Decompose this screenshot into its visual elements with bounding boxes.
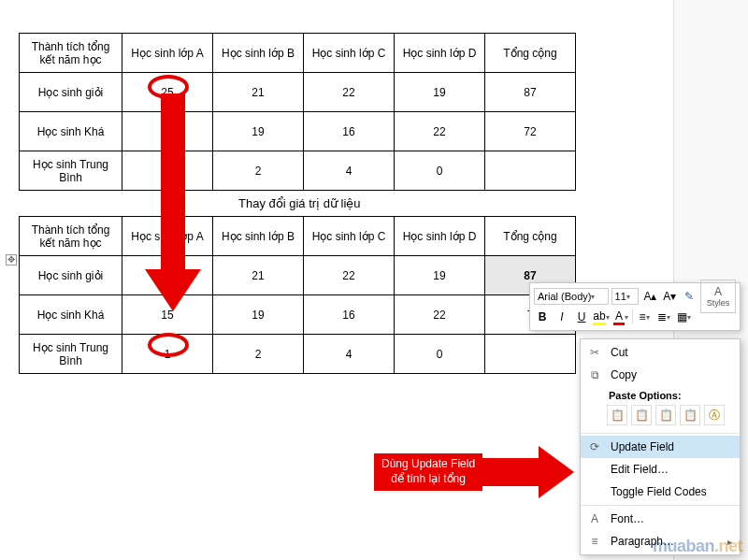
row-label: Học sinh giỏi: [20, 73, 122, 112]
cell-total[interactable]: 72: [485, 112, 576, 151]
watermark: muaban.net: [653, 537, 742, 556]
bullets-button[interactable]: ≡: [636, 309, 653, 325]
cell-total[interactable]: [485, 151, 576, 191]
cell[interactable]: [122, 151, 213, 191]
menu-font[interactable]: A Font…: [581, 508, 740, 530]
cell[interactable]: 0: [395, 151, 485, 191]
arrow-right-annotation: Dùng Update Field để tính lại tổng: [374, 451, 574, 494]
table-header-row: Thành tích tổng kết năm học Học sinh lớp…: [20, 217, 576, 256]
italic-button[interactable]: I: [554, 309, 570, 325]
font-size-select[interactable]: 11: [611, 288, 640, 305]
cell[interactable]: 20: [122, 256, 213, 295]
paste-merge-icon[interactable]: 📋: [631, 405, 652, 425]
menu-copy-label: Copy: [611, 368, 637, 381]
cut-icon: ✂: [584, 346, 605, 359]
cell[interactable]: 21: [213, 256, 304, 295]
header-cell: Tổng cộng: [485, 34, 576, 73]
cell[interactable]: 4: [304, 151, 395, 191]
cell[interactable]: 25: [122, 73, 213, 112]
cell[interactable]: 19: [395, 256, 485, 295]
table-row: Học sinh giỏi 25 21 22 19 87: [20, 73, 576, 112]
table-row: Học sinh Khá 19 16 22 72: [20, 112, 576, 151]
cell[interactable]: 22: [395, 295, 485, 335]
cell[interactable]: 2: [213, 151, 304, 191]
menu-update-field[interactable]: ⟳ Update Field: [581, 436, 740, 458]
cell[interactable]: 22: [304, 73, 395, 112]
menu-cut-label: Cut: [611, 346, 628, 359]
header-cell: Thành tích tổng kết năm học: [20, 34, 122, 73]
cell[interactable]: 21: [213, 73, 304, 112]
table-move-handle-icon[interactable]: ✥: [6, 254, 17, 266]
cell[interactable]: 19: [395, 73, 485, 112]
cell[interactable]: 16: [304, 295, 395, 335]
table-before: Thành tích tổng kết năm học Học sinh lớp…: [19, 33, 576, 191]
font-color-button[interactable]: A: [612, 309, 629, 325]
row-label: Học sinh Trung Bình: [20, 151, 122, 191]
format-painter-icon[interactable]: ✎: [681, 288, 698, 305]
cell[interactable]: 0: [395, 335, 485, 374]
bold-button[interactable]: B: [534, 309, 551, 325]
cell[interactable]: 4: [304, 335, 395, 374]
menu-cut[interactable]: ✂ Cut: [581, 341, 740, 364]
cell-total[interactable]: [485, 335, 576, 374]
watermark-brand: muaban: [653, 537, 714, 555]
table-row: Học sinh Trung Bình 2 4 0: [20, 151, 576, 191]
numbering-button[interactable]: ≣: [655, 309, 672, 325]
styles-button[interactable]: A Styles: [700, 280, 736, 313]
caption-change-data: Thay đổi giá trị dữ liệu: [19, 196, 673, 210]
font-name-select[interactable]: Arial (Body): [534, 288, 609, 305]
cell[interactable]: 16: [304, 112, 395, 151]
menu-copy[interactable]: ⧉ Copy: [581, 364, 740, 386]
menu-font-label: Font…: [611, 512, 644, 525]
menu-update-field-label: Update Field: [611, 440, 674, 453]
font-icon: A: [584, 512, 605, 525]
grow-font-button[interactable]: A▴: [641, 288, 658, 305]
row-label: Học sinh giỏi: [20, 256, 122, 295]
cell[interactable]: 22: [395, 112, 485, 151]
cell[interactable]: 1: [122, 335, 213, 374]
table-row: Học sinh Trung Bình 1 2 4 0: [20, 335, 576, 374]
cell[interactable]: 15: [122, 295, 213, 335]
paste-options-header: Paste Options:: [581, 386, 740, 403]
header-cell: Học sinh lớp D: [395, 34, 485, 73]
cell[interactable]: 19: [213, 112, 304, 151]
styles-label: Styles: [707, 298, 730, 308]
paste-nest-icon[interactable]: 📋: [655, 405, 676, 425]
row-label: Học sinh Trung Bình: [20, 335, 122, 374]
cell[interactable]: 19: [213, 295, 304, 335]
row-label: Học sinh Khá: [20, 295, 122, 335]
mini-formatting-toolbar: Arial (Body) 11 A▴ A▾ ✎ A Styles B I U a…: [529, 282, 741, 331]
highlight-color-button[interactable]: ab: [593, 309, 610, 325]
cell[interactable]: 22: [304, 256, 395, 295]
header-cell: Học sinh lớp D: [395, 217, 485, 256]
menu-toggle-codes-label: Toggle Field Codes: [611, 485, 707, 498]
arrow-label-line1: Dùng Update Field: [381, 457, 475, 470]
context-menu: ✂ Cut ⧉ Copy Paste Options: 📋 📋 📋 📋 Ⓐ ⟳ …: [580, 338, 741, 555]
header-cell: Học sinh lớp A: [122, 217, 213, 256]
header-cell: Thành tích tổng kết năm học: [20, 217, 122, 256]
table-header-row: Thành tích tổng kết năm học Học sinh lớp…: [20, 34, 576, 73]
shrink-font-button[interactable]: A▾: [661, 288, 678, 305]
header-cell: Học sinh lớp B: [213, 217, 304, 256]
paste-text-only-icon[interactable]: Ⓐ: [704, 405, 725, 425]
menu-divider: [581, 433, 740, 434]
header-cell: Học sinh lớp C: [304, 34, 395, 73]
table-after: Thành tích tổng kết năm học Học sinh lớp…: [19, 216, 576, 374]
cell-total[interactable]: 87: [485, 73, 576, 112]
cell[interactable]: [122, 112, 213, 151]
menu-edit-field[interactable]: Edit Field…: [581, 458, 740, 481]
menu-toggle-field-codes[interactable]: Toggle Field Codes: [581, 481, 740, 503]
table-row: Học sinh Khá 15 19 16 22 7: [20, 295, 576, 335]
paste-table-icon[interactable]: 📋: [680, 405, 700, 425]
cell[interactable]: 2: [213, 335, 304, 374]
menu-edit-field-label: Edit Field…: [611, 463, 669, 476]
underline-button[interactable]: U: [573, 309, 590, 325]
menu-divider: [581, 505, 740, 506]
arrow-label-line2: để tính lại tổng: [391, 472, 466, 485]
header-cell: Học sinh lớp B: [213, 34, 304, 73]
row-label: Học sinh Khá: [20, 112, 122, 151]
paragraph-icon: ≡: [584, 535, 605, 548]
watermark-tld: .net: [714, 537, 742, 555]
paste-keep-source-icon[interactable]: 📋: [607, 405, 627, 425]
borders-button[interactable]: ▦: [675, 309, 692, 325]
